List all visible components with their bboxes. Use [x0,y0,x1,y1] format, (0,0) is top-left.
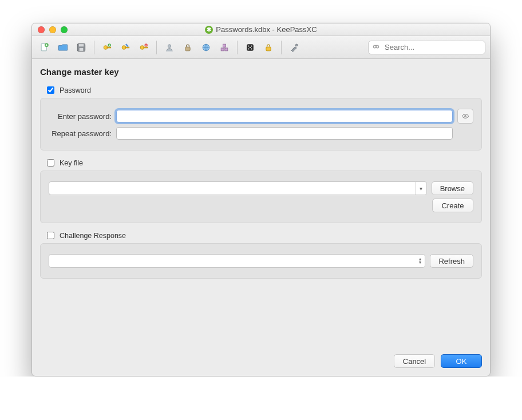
toolbar-separator [237,41,238,54]
svg-rect-6 [107,47,111,48]
challenge-select[interactable]: ▴▾ [49,254,425,268]
save-database-icon [76,42,87,53]
copy-password-icon [182,42,193,53]
new-database-button[interactable] [37,39,53,56]
svg-point-23 [251,48,252,49]
search-box[interactable] [368,41,485,54]
toolbar [32,36,490,59]
svg-rect-3 [79,44,84,46]
keyfile-section-toggle[interactable]: Key file [45,157,482,168]
svg-point-13 [168,44,171,47]
enter-password-input[interactable] [116,110,453,122]
svg-rect-4 [80,47,84,50]
password-generator-button[interactable] [242,39,258,56]
window-title: Passwords.kdbx - KeePassXC [216,25,317,34]
app-icon: ✱ [205,26,213,34]
settings-icon [288,42,300,53]
ok-button[interactable]: OK [441,354,482,368]
svg-rect-17 [221,47,224,50]
challenge-checkbox[interactable] [47,232,54,239]
close-window-button[interactable] [38,26,45,33]
copy-url-button[interactable] [198,39,214,56]
svg-point-29 [465,116,466,117]
copy-password-button[interactable] [180,39,196,56]
toolbar-separator [281,41,282,54]
autotype-icon [219,42,230,53]
challenge-section-toggle[interactable]: Challenge Response [45,230,482,241]
cancel-button[interactable]: Cancel [394,354,435,368]
svg-point-21 [251,45,252,46]
save-database-button[interactable] [73,39,89,56]
repeat-password-input[interactable] [116,127,453,140]
refresh-button[interactable]: Refresh [430,254,473,268]
add-entry-icon [101,42,113,53]
keyfile-panel: ▾ Browse Create [40,171,482,223]
copy-url-icon [200,42,212,53]
keyfile-checkbox[interactable] [47,159,54,167]
password-panel: Enter password: Repeat password: [40,98,482,150]
copy-username-button[interactable] [161,39,177,56]
search-input[interactable] [383,42,481,52]
svg-point-20 [248,45,249,46]
enter-password-label: Enter password: [49,112,112,121]
repeat-password-label: Repeat password: [49,129,112,138]
svg-rect-16 [223,44,226,47]
keyfile-path-input[interactable] [49,182,415,195]
binoculars-icon [372,42,380,52]
settings-button[interactable] [286,39,302,56]
edit-entry-icon [120,42,131,53]
svg-point-24 [250,46,251,47]
zoom-window-button[interactable] [61,26,68,33]
toolbar-separator [156,41,157,54]
new-database-icon [39,42,50,53]
page-title: Change master key [40,67,482,77]
titlebar: ✱ Passwords.kdbx - KeePassXC [32,23,490,36]
copy-username-icon [164,42,175,53]
keyfile-path-combo[interactable]: ▾ [49,181,427,195]
content-area: Change master key Password Enter passwor… [32,59,490,348]
add-entry-button[interactable] [99,39,115,56]
toggle-password-visibility-button[interactable] [457,109,473,124]
open-database-icon [57,42,69,53]
password-section-toggle[interactable]: Password [45,85,482,96]
svg-point-27 [373,45,376,48]
lock-database-icon [263,42,274,53]
keyfile-checkbox-label: Key file [60,159,83,167]
eye-icon [461,112,469,121]
password-generator-icon [244,42,256,53]
password-checkbox-label: Password [60,86,91,94]
browse-button[interactable]: Browse [432,181,473,195]
chevron-down-icon[interactable]: ▾ [415,182,426,195]
challenge-panel: ▴▾ Refresh [40,243,482,279]
app-window: ✱ Passwords.kdbx - KeePassXC [31,23,491,377]
edit-entry-button[interactable] [117,39,133,56]
open-database-button[interactable] [55,39,71,56]
challenge-checkbox-label: Challenge Response [60,232,126,240]
delete-entry-button[interactable] [136,39,152,56]
create-keyfile-button[interactable]: Create [432,199,473,212]
svg-point-22 [248,48,249,49]
autotype-button[interactable] [216,39,232,56]
lock-database-button[interactable] [260,39,276,56]
delete-entry-icon [138,42,149,53]
svg-rect-11 [144,47,148,48]
password-checkbox[interactable] [47,86,54,94]
updown-icon: ▴▾ [419,257,421,264]
svg-rect-18 [225,47,228,50]
minimize-window-button[interactable] [49,26,56,33]
svg-rect-9 [125,47,129,48]
svg-point-26 [295,44,298,46]
footer: Cancel OK [32,348,490,376]
svg-point-28 [376,45,379,48]
svg-rect-25 [266,47,271,51]
toolbar-separator [94,41,94,54]
svg-rect-14 [185,47,190,51]
